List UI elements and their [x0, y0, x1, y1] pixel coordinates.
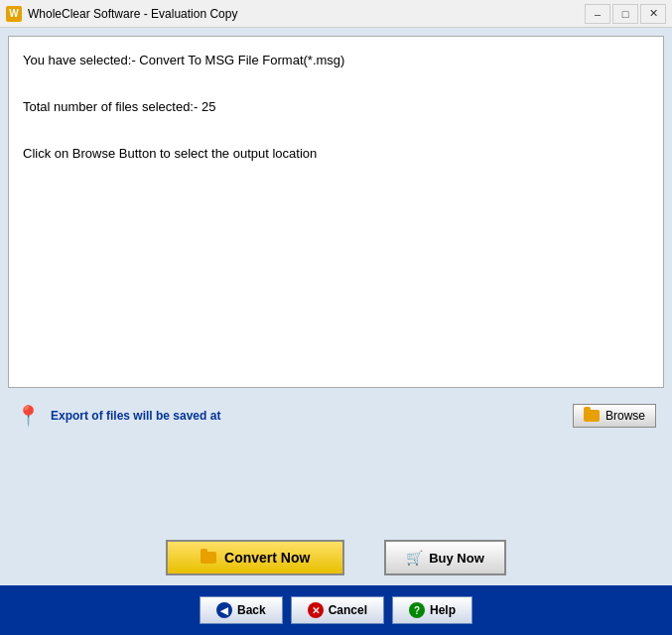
cart-icon: 🛒 [406, 550, 423, 566]
location-icon: 📍 [16, 404, 41, 428]
maximize-button[interactable]: □ [612, 4, 638, 24]
location-label: Export of files will be saved at [51, 409, 563, 423]
help-button[interactable]: ? Help [392, 596, 472, 624]
folder-icon [584, 410, 600, 422]
convert-now-button[interactable]: Convert Now [166, 540, 344, 575]
main-content: You have selected:- Convert To MSG File … [0, 28, 672, 585]
info-line-1: You have selected:- Convert To MSG File … [23, 49, 649, 71]
help-icon: ? [409, 602, 425, 618]
bottom-nav-bar: ◀ Back ✕ Cancel ? Help [0, 585, 672, 635]
info-box: You have selected:- Convert To MSG File … [8, 36, 664, 388]
title-bar: W WholeClear Software - Evaluation Copy … [0, 0, 672, 28]
minimize-button[interactable]: – [585, 4, 610, 24]
location-bar: 📍 Export of files will be saved at Brows… [8, 398, 664, 434]
buy-now-label: Buy Now [429, 551, 484, 566]
convert-now-label: Convert Now [224, 550, 310, 566]
browse-label: Browse [605, 409, 645, 423]
cancel-button[interactable]: ✕ Cancel [291, 596, 384, 624]
title-bar-controls: – □ ✕ [585, 4, 666, 24]
close-button[interactable]: ✕ [640, 4, 666, 24]
help-label: Help [430, 603, 456, 617]
title-bar-left: W WholeClear Software - Evaluation Copy [6, 6, 237, 22]
info-line-3: Click on Browse Button to select the out… [23, 142, 649, 165]
browse-button[interactable]: Browse [573, 404, 656, 428]
back-label: Back [237, 603, 266, 617]
back-button[interactable]: ◀ Back [200, 596, 283, 624]
info-line-2: Total number of files selected:- 25 [23, 95, 649, 118]
app-icon: W [6, 6, 22, 22]
back-icon: ◀ [216, 602, 232, 618]
cancel-icon: ✕ [308, 602, 324, 618]
buy-now-button[interactable]: 🛒 Buy Now [384, 540, 506, 575]
title-bar-title: WholeClear Software - Evaluation Copy [28, 7, 237, 21]
button-area: Convert Now 🛒 Buy Now [0, 530, 672, 585]
cancel-label: Cancel [329, 603, 367, 617]
convert-icon [201, 552, 216, 564]
